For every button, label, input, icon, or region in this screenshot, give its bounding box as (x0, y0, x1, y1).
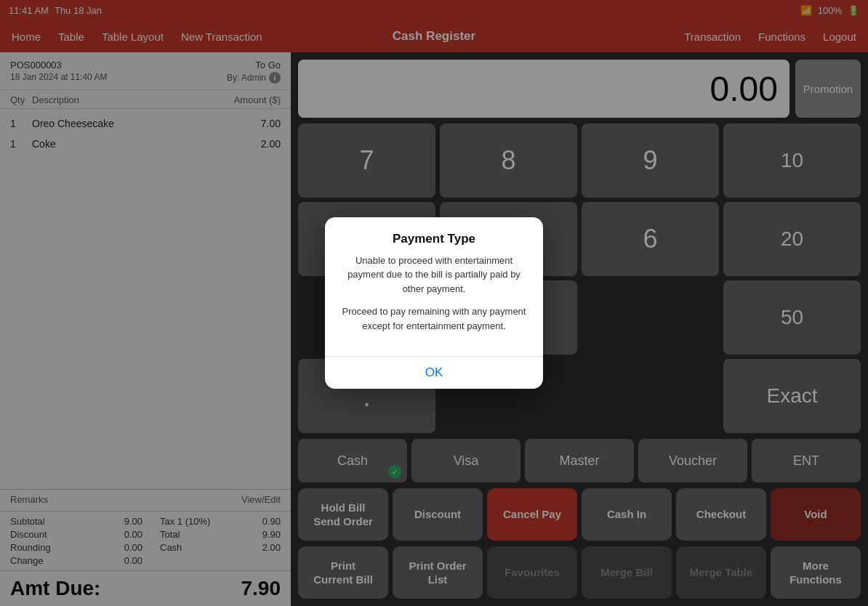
modal-title: Payment Type (339, 232, 529, 246)
modal-overlay[interactable]: Payment Type Unable to proceed with ente… (0, 0, 868, 606)
modal-ok-button[interactable]: OK (325, 357, 543, 389)
modal-message1: Unable to proceed with entertainment pay… (339, 254, 529, 296)
modal-body: Payment Type Unable to proceed with ente… (325, 217, 543, 345)
modal-message2: Proceed to pay remaining with any paymen… (339, 304, 529, 333)
modal-dialog: Payment Type Unable to proceed with ente… (325, 217, 543, 389)
